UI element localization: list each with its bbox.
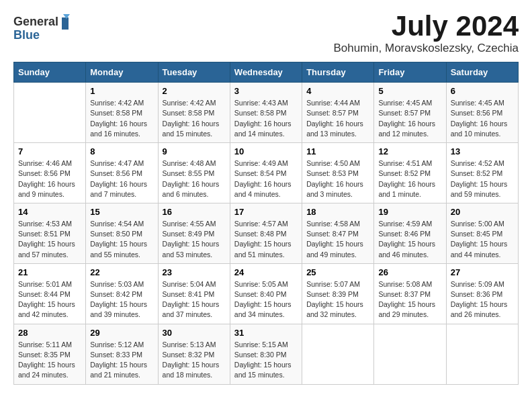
day-info: Sunrise: 4:44 AMSunset: 8:57 PMDaylight:… [306, 98, 369, 139]
calendar-week-row: 7Sunrise: 4:46 AMSunset: 8:56 PMDaylight… [14, 143, 519, 203]
calendar-cell: 1Sunrise: 4:42 AMSunset: 8:58 PMDaylight… [86, 83, 158, 143]
day-number: 29 [90, 328, 153, 338]
calendar-cell: 29Sunrise: 5:12 AMSunset: 8:33 PMDayligh… [86, 324, 158, 384]
calendar-cell: 18Sunrise: 4:58 AMSunset: 8:47 PMDayligh… [302, 203, 374, 263]
day-info: Sunrise: 4:48 AMSunset: 8:55 PMDaylight:… [163, 158, 226, 199]
day-number: 24 [234, 267, 298, 277]
day-info: Sunrise: 4:42 AMSunset: 8:58 PMDaylight:… [90, 98, 153, 139]
calendar-week-row: 21Sunrise: 5:01 AMSunset: 8:44 PMDayligh… [14, 263, 519, 324]
calendar-cell: 20Sunrise: 5:00 AMSunset: 8:45 PMDayligh… [446, 203, 518, 263]
calendar-cell: 14Sunrise: 4:53 AMSunset: 8:51 PMDayligh… [14, 203, 86, 263]
calendar-cell: 24Sunrise: 5:05 AMSunset: 8:40 PMDayligh… [230, 263, 302, 324]
day-number: 12 [378, 146, 441, 156]
day-number: 22 [90, 267, 153, 277]
day-number: 31 [234, 328, 298, 338]
day-info: Sunrise: 5:04 AMSunset: 8:41 PMDaylight:… [163, 279, 226, 320]
day-info: Sunrise: 4:51 AMSunset: 8:52 PMDaylight:… [378, 158, 441, 199]
day-info: Sunrise: 4:42 AMSunset: 8:58 PMDaylight:… [163, 98, 226, 139]
weekday-header-row: SundayMondayTuesdayWednesdayThursdayFrid… [14, 62, 519, 83]
svg-text:Blue: Blue [13, 28, 40, 42]
day-number: 27 [451, 267, 514, 277]
calendar-cell [374, 324, 446, 384]
day-info: Sunrise: 5:05 AMSunset: 8:40 PMDaylight:… [234, 279, 298, 320]
day-info: Sunrise: 4:46 AMSunset: 8:56 PMDaylight:… [18, 158, 81, 199]
day-number: 17 [234, 207, 298, 217]
day-info: Sunrise: 5:09 AMSunset: 8:36 PMDaylight:… [451, 279, 514, 320]
day-info: Sunrise: 4:53 AMSunset: 8:51 PMDaylight:… [18, 219, 81, 260]
month-year-title: July 2024 [333, 11, 519, 42]
logo: General Blue [13, 11, 74, 44]
day-info: Sunrise: 4:55 AMSunset: 8:49 PMDaylight:… [163, 219, 226, 260]
weekday-header-monday: Monday [86, 62, 158, 83]
calendar-table: SundayMondayTuesdayWednesdayThursdayFrid… [13, 62, 519, 384]
weekday-header-sunday: Sunday [14, 62, 86, 83]
calendar-cell [302, 324, 374, 384]
page-header: General Blue July 2024 Bohumin, Moravsko… [13, 11, 519, 55]
day-number: 6 [451, 86, 514, 96]
day-number: 14 [18, 207, 81, 217]
day-number: 5 [378, 86, 441, 96]
calendar-cell: 9Sunrise: 4:48 AMSunset: 8:55 PMDaylight… [158, 143, 230, 203]
calendar-cell: 7Sunrise: 4:46 AMSunset: 8:56 PMDaylight… [14, 143, 86, 203]
day-number: 28 [18, 328, 81, 338]
day-number: 18 [306, 207, 369, 217]
day-info: Sunrise: 5:01 AMSunset: 8:44 PMDaylight:… [18, 279, 81, 320]
day-number: 4 [306, 86, 369, 96]
weekday-header-wednesday: Wednesday [230, 62, 302, 83]
day-number: 9 [163, 146, 226, 156]
day-info: Sunrise: 5:11 AMSunset: 8:35 PMDaylight:… [18, 340, 81, 381]
calendar-cell: 11Sunrise: 4:50 AMSunset: 8:53 PMDayligh… [302, 143, 374, 203]
day-number: 2 [163, 86, 226, 96]
day-number: 15 [90, 207, 153, 217]
logo-icon: General Blue [13, 11, 74, 44]
location-subtitle: Bohumin, Moravskoslezsky, Czechia [333, 42, 519, 55]
weekday-header-saturday: Saturday [446, 62, 518, 83]
day-number: 11 [306, 146, 369, 156]
calendar-cell: 2Sunrise: 4:42 AMSunset: 8:58 PMDaylight… [158, 83, 230, 143]
calendar-cell: 3Sunrise: 4:43 AMSunset: 8:58 PMDaylight… [230, 83, 302, 143]
calendar-cell: 4Sunrise: 4:44 AMSunset: 8:57 PMDaylight… [302, 83, 374, 143]
weekday-header-friday: Friday [374, 62, 446, 83]
day-number: 26 [378, 267, 441, 277]
day-number: 3 [234, 86, 298, 96]
day-number: 13 [451, 146, 514, 156]
day-number: 7 [18, 146, 81, 156]
weekday-header-tuesday: Tuesday [158, 62, 230, 83]
weekday-header-thursday: Thursday [302, 62, 374, 83]
calendar-cell: 27Sunrise: 5:09 AMSunset: 8:36 PMDayligh… [446, 263, 518, 324]
day-info: Sunrise: 4:43 AMSunset: 8:58 PMDaylight:… [234, 98, 298, 139]
calendar-cell: 13Sunrise: 4:52 AMSunset: 8:52 PMDayligh… [446, 143, 518, 203]
calendar-cell: 22Sunrise: 5:03 AMSunset: 8:42 PMDayligh… [86, 263, 158, 324]
day-info: Sunrise: 5:00 AMSunset: 8:45 PMDaylight:… [451, 219, 514, 260]
day-number: 1 [90, 86, 153, 96]
day-number: 8 [90, 146, 153, 156]
calendar-cell: 12Sunrise: 4:51 AMSunset: 8:52 PMDayligh… [374, 143, 446, 203]
calendar-cell: 30Sunrise: 5:13 AMSunset: 8:32 PMDayligh… [158, 324, 230, 384]
day-info: Sunrise: 5:12 AMSunset: 8:33 PMDaylight:… [90, 340, 153, 381]
day-info: Sunrise: 5:03 AMSunset: 8:42 PMDaylight:… [90, 279, 153, 320]
calendar-cell: 21Sunrise: 5:01 AMSunset: 8:44 PMDayligh… [14, 263, 86, 324]
day-info: Sunrise: 4:54 AMSunset: 8:50 PMDaylight:… [90, 219, 153, 260]
day-info: Sunrise: 5:13 AMSunset: 8:32 PMDaylight:… [163, 340, 226, 381]
day-info: Sunrise: 4:50 AMSunset: 8:53 PMDaylight:… [306, 158, 369, 199]
svg-text:General: General [13, 15, 58, 28]
calendar-cell: 26Sunrise: 5:08 AMSunset: 8:37 PMDayligh… [374, 263, 446, 324]
calendar-cell: 8Sunrise: 4:47 AMSunset: 8:56 PMDaylight… [86, 143, 158, 203]
calendar-cell: 31Sunrise: 5:15 AMSunset: 8:30 PMDayligh… [230, 324, 302, 384]
calendar-cell: 17Sunrise: 4:57 AMSunset: 8:48 PMDayligh… [230, 203, 302, 263]
day-info: Sunrise: 4:57 AMSunset: 8:48 PMDaylight:… [234, 219, 298, 260]
calendar-cell [446, 324, 518, 384]
calendar-cell: 5Sunrise: 4:45 AMSunset: 8:57 PMDaylight… [374, 83, 446, 143]
calendar-cell: 28Sunrise: 5:11 AMSunset: 8:35 PMDayligh… [14, 324, 86, 384]
day-info: Sunrise: 5:08 AMSunset: 8:37 PMDaylight:… [378, 279, 441, 320]
day-info: Sunrise: 5:15 AMSunset: 8:30 PMDaylight:… [234, 340, 298, 381]
title-section: July 2024 Bohumin, Moravskoslezsky, Czec… [333, 11, 519, 55]
calendar-cell: 25Sunrise: 5:07 AMSunset: 8:39 PMDayligh… [302, 263, 374, 324]
calendar-cell: 6Sunrise: 4:45 AMSunset: 8:56 PMDaylight… [446, 83, 518, 143]
calendar-cell: 19Sunrise: 4:59 AMSunset: 8:46 PMDayligh… [374, 203, 446, 263]
day-info: Sunrise: 4:47 AMSunset: 8:56 PMDaylight:… [90, 158, 153, 199]
day-info: Sunrise: 4:45 AMSunset: 8:56 PMDaylight:… [451, 98, 514, 139]
day-number: 25 [306, 267, 369, 277]
calendar-week-row: 28Sunrise: 5:11 AMSunset: 8:35 PMDayligh… [14, 324, 519, 384]
day-info: Sunrise: 4:59 AMSunset: 8:46 PMDaylight:… [378, 219, 441, 260]
